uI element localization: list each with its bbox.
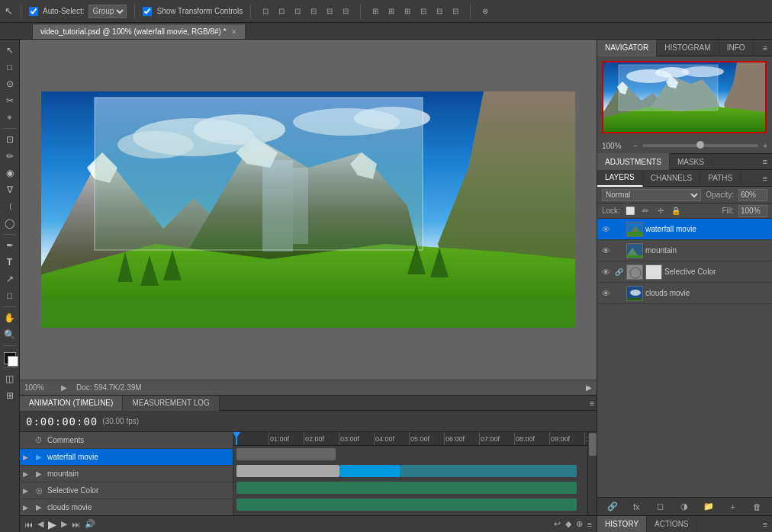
track-bar-mountain[interactable] (236, 482, 577, 494)
track-row-mountain[interactable] (233, 479, 587, 496)
blend-mode-select[interactable]: Normal Multiply Screen (602, 189, 701, 201)
tab-channels[interactable]: CHANNELS (643, 170, 700, 187)
layer-selective-color[interactable]: 👁 🔗 Selective Color (597, 261, 772, 283)
layer-link-selective[interactable]: 🔗 (613, 267, 624, 277)
track-row-waterfall[interactable] (233, 463, 587, 479)
align-top-icon[interactable]: ⊟ (307, 5, 320, 18)
healing-tool-icon[interactable]: ⊡ (2, 132, 18, 147)
lasso-tool-icon[interactable]: ⊙ (2, 76, 18, 91)
audio-icon[interactable]: 🔊 (85, 519, 95, 529)
prev-frame-icon[interactable]: ◀ (37, 519, 43, 529)
show-transform-checkbox[interactable] (143, 7, 152, 16)
screen-mode-icon[interactable]: ⊞ (2, 388, 18, 403)
file-tab[interactable]: video_tutorial.psd @ 100% (waterfall mov… (32, 24, 246, 39)
tl-vscroll[interactable] (587, 432, 597, 515)
tab-actions[interactable]: ACTIONS (647, 516, 696, 533)
layer-visibility-mountain[interactable]: 👁 (600, 245, 611, 256)
foreground-color-icon[interactable] (4, 352, 16, 364)
layer-new-icon[interactable]: + (726, 500, 740, 514)
layer-link-waterfall[interactable] (613, 224, 624, 235)
tab-adjustments[interactable]: ADJUSTMENTS (597, 153, 670, 170)
nav-thumbnail[interactable] (602, 61, 767, 133)
tl-playhead[interactable] (236, 432, 237, 446)
tl-vscroll-thumb[interactable] (589, 433, 597, 456)
dodge-tool-icon[interactable]: ◯ (2, 216, 18, 231)
tab-layers[interactable]: LAYERS (597, 170, 643, 187)
layer-visibility-waterfall[interactable]: 👁 (600, 224, 611, 235)
layer-link-footer-icon[interactable]: 🔗 (606, 500, 619, 514)
panel-menu-bottom-icon[interactable]: ≡ (758, 520, 772, 529)
align-center-icon[interactable]: ⊡ (275, 5, 288, 18)
align-middle-icon[interactable]: ⊟ (323, 5, 336, 18)
quick-mask-icon[interactable]: ◫ (2, 371, 18, 386)
brush-tool-icon[interactable]: ✏ (2, 149, 18, 164)
track-expand-comments[interactable] (23, 437, 31, 444)
canvas-area[interactable] (20, 40, 597, 380)
tab-info[interactable]: INFO (719, 40, 754, 56)
lock-all-icon[interactable]: 🔒 (671, 206, 681, 216)
layer-mountain[interactable]: 👁 mountain (597, 240, 772, 261)
eyedropper-tool-icon[interactable]: ⌖ (2, 110, 18, 125)
warp-icon[interactable]: ⊗ (478, 5, 492, 18)
dist-top-icon[interactable]: ⊟ (417, 5, 430, 18)
lock-position-icon[interactable]: ✛ (655, 206, 666, 216)
dist-bottom-icon[interactable]: ⊟ (449, 5, 462, 18)
path-select-icon[interactable]: ↗ (2, 271, 18, 287)
pen-tool-icon[interactable]: ✒ (2, 238, 18, 253)
zoom-expand-arrow[interactable]: ▶ (61, 383, 67, 392)
hand-tool-icon[interactable]: ✋ (2, 310, 18, 325)
align-bottom-icon[interactable]: ⊟ (339, 5, 352, 18)
track-mountain[interactable]: ▶ ▶ mountain (20, 466, 233, 482)
zoom-slider[interactable] (642, 144, 758, 147)
selection-tool-icon[interactable]: ↖ (2, 43, 18, 58)
track-expand-selective[interactable]: ▶ (23, 487, 31, 495)
track-expand-clouds[interactable]: ▶ (23, 504, 31, 511)
layer-visibility-clouds[interactable]: 👁 (600, 288, 611, 299)
track-row-selective[interactable] (233, 496, 587, 513)
track-expand-waterfall[interactable]: ▶ (23, 453, 31, 461)
layer-link-mountain[interactable] (613, 245, 624, 256)
layer-delete-icon[interactable]: 🗑 (750, 500, 764, 514)
panel-menu-adj-icon[interactable]: ≡ (758, 157, 772, 166)
canvas-scroll-right[interactable]: ▶ (586, 383, 592, 392)
dist-right-icon[interactable]: ⊞ (400, 5, 414, 18)
layer-waterfall-movie[interactable]: 👁 waterfall movie (597, 219, 772, 240)
marquee-tool-icon[interactable]: □ (2, 59, 18, 75)
zoom-slider-thumb[interactable] (696, 141, 704, 149)
layer-mask-footer-icon[interactable]: ◻ (654, 500, 667, 514)
track-selective-color[interactable]: ▶ ◎ Selective Color (20, 482, 233, 499)
lock-transparent-icon[interactable]: ⬜ (625, 206, 635, 216)
tab-close-button[interactable]: ✕ (231, 28, 237, 36)
text-tool-icon[interactable]: T (2, 255, 18, 270)
timeline-tracks-content[interactable]: 01:00f 02:00f 03:00f 04:00f 05:00f 06:00… (233, 432, 587, 515)
crop-tool-icon[interactable]: ✂ (2, 93, 18, 108)
skip-back-icon[interactable]: ⏮ (24, 520, 33, 529)
track-bar-waterfall-blue[interactable] (339, 465, 400, 477)
tab-masks[interactable]: MASKS (670, 153, 712, 170)
layer-clouds-movie[interactable]: 👁 clouds movie (597, 283, 772, 304)
layers-menu-icon[interactable]: ≡ (758, 174, 772, 183)
clone-tool-icon[interactable]: ◉ (2, 165, 18, 181)
tab-history[interactable]: HISTORY (597, 516, 647, 533)
tab-paths[interactable]: PATHS (700, 170, 741, 187)
timeline-settings-icon[interactable]: ≡ (587, 520, 592, 529)
skip-forward-icon[interactable]: ⏭ (72, 520, 80, 529)
zoom-in-icon[interactable]: + (763, 142, 767, 150)
align-left-icon[interactable]: ⊡ (259, 5, 272, 18)
track-clouds[interactable]: ▶ ▶ clouds movie (20, 499, 233, 515)
fill-input[interactable] (738, 205, 767, 217)
track-waterfall[interactable]: ▶ ▶ waterfall movie (20, 449, 233, 466)
shape-tool-icon[interactable]: □ (2, 288, 18, 303)
convert-icon[interactable]: ↩ (554, 519, 561, 529)
onion-skin-icon[interactable]: ⊕ (576, 519, 583, 529)
zoom-tool-icon[interactable]: 🔍 (2, 327, 18, 342)
timeline-menu-icon[interactable]: ≡ (587, 396, 597, 411)
timeline-tab-animation[interactable]: ANIMATION (TIMELINE) (20, 396, 123, 411)
auto-select-checkbox[interactable] (29, 7, 38, 16)
panel-menu-top-icon[interactable]: ≡ (758, 43, 772, 53)
keyframe-icon[interactable]: ◆ (565, 519, 571, 529)
layer-fx-icon[interactable]: fx (629, 500, 643, 514)
track-row-clouds[interactable] (233, 513, 587, 515)
align-right-icon[interactable]: ⊡ (291, 5, 304, 18)
layer-group-icon[interactable]: 📁 (702, 500, 716, 514)
